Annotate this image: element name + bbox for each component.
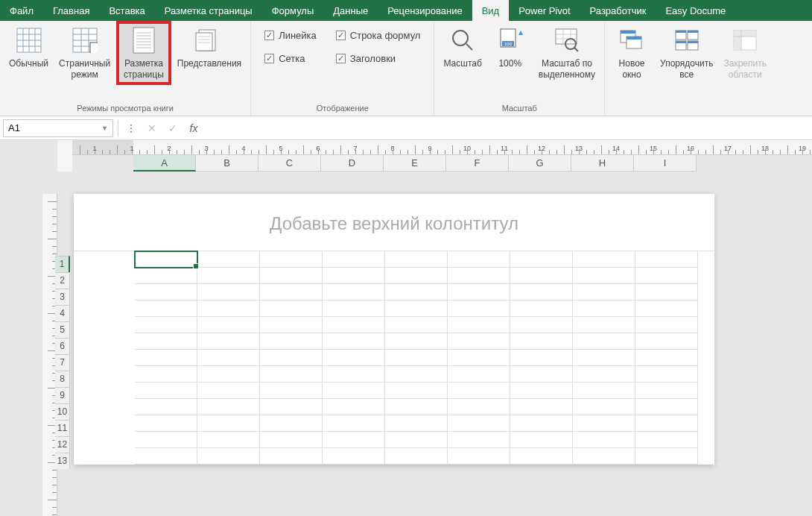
cell[interactable] xyxy=(573,366,635,383)
cell[interactable] xyxy=(573,251,635,268)
cell[interactable] xyxy=(260,366,323,383)
cell[interactable] xyxy=(260,284,323,301)
cell[interactable] xyxy=(385,301,448,317)
cell[interactable] xyxy=(448,399,510,415)
cell[interactable] xyxy=(510,415,573,432)
page-layout-view-button[interactable]: Разметка страницы xyxy=(116,21,171,85)
formula-input[interactable] xyxy=(206,120,809,136)
fx-button[interactable]: fx xyxy=(185,120,202,136)
cell[interactable] xyxy=(510,432,573,448)
cell[interactable] xyxy=(135,333,197,350)
tab-review[interactable]: Рецензирование xyxy=(378,0,472,21)
cell[interactable] xyxy=(197,251,260,268)
column-header[interactable]: G xyxy=(509,155,571,172)
cell[interactable] xyxy=(448,268,510,284)
cell[interactable] xyxy=(635,350,698,366)
row-header[interactable]: 2 xyxy=(55,272,70,289)
cancel-icon[interactable]: ✕ xyxy=(144,120,160,136)
cell[interactable] xyxy=(510,333,573,350)
tab-view[interactable]: Вид xyxy=(472,0,510,21)
tab-page-layout[interactable]: Разметка страницы xyxy=(155,0,262,21)
cell[interactable] xyxy=(510,366,573,383)
cell[interactable] xyxy=(635,301,698,317)
cell[interactable] xyxy=(510,399,573,415)
column-header[interactable]: D xyxy=(321,155,384,172)
tab-insert[interactable]: Вставка xyxy=(99,0,154,21)
zoom-selection-button[interactable]: Масштаб по выделенному xyxy=(534,22,600,82)
cell[interactable] xyxy=(323,383,385,399)
cell[interactable] xyxy=(448,366,510,383)
cell[interactable] xyxy=(448,317,510,333)
cell[interactable] xyxy=(635,448,698,465)
tab-home[interactable]: Главная xyxy=(43,0,99,21)
cell[interactable] xyxy=(448,284,510,301)
column-header[interactable]: C xyxy=(258,155,321,172)
cell[interactable] xyxy=(323,448,385,465)
checkbox-headings[interactable]: ✓ Заголовки xyxy=(332,50,425,67)
cell[interactable] xyxy=(448,448,510,465)
cell[interactable] xyxy=(135,268,197,284)
cell[interactable] xyxy=(323,399,385,415)
cell[interactable] xyxy=(260,432,323,448)
cell[interactable] xyxy=(135,350,197,366)
cell[interactable] xyxy=(135,383,197,399)
cell[interactable] xyxy=(260,317,323,333)
cell[interactable] xyxy=(197,268,260,284)
cell[interactable] xyxy=(448,350,510,366)
tab-formulas[interactable]: Формулы xyxy=(262,0,324,21)
cell[interactable] xyxy=(573,268,635,284)
cell[interactable] xyxy=(448,383,510,399)
cell[interactable] xyxy=(260,448,323,465)
row-header[interactable]: 6 xyxy=(55,338,70,354)
cell[interactable] xyxy=(197,448,260,465)
row-header[interactable]: 13 xyxy=(55,453,70,469)
cell[interactable] xyxy=(448,415,510,432)
cell[interactable] xyxy=(573,432,635,448)
cell[interactable] xyxy=(573,301,635,317)
cell[interactable] xyxy=(385,284,448,301)
new-window-button[interactable]: Новое окно xyxy=(609,22,654,82)
page-break-view-button[interactable]: Страничный режим xyxy=(54,22,115,82)
normal-view-button[interactable]: Обычный xyxy=(4,22,53,71)
checkbox-ruler[interactable]: ✓ Линейка xyxy=(260,27,321,44)
cell[interactable] xyxy=(135,317,197,333)
cell[interactable] xyxy=(197,415,260,432)
cell[interactable] xyxy=(323,415,385,432)
cell[interactable] xyxy=(260,399,323,415)
row-header[interactable]: 9 xyxy=(55,387,70,403)
cell[interactable] xyxy=(635,383,698,399)
cell[interactable] xyxy=(510,350,573,366)
cell[interactable] xyxy=(448,333,510,350)
cell[interactable] xyxy=(510,317,573,333)
confirm-icon[interactable]: ✓ xyxy=(165,120,181,136)
cell[interactable] xyxy=(573,317,635,333)
cell[interactable] xyxy=(135,432,197,448)
cell[interactable] xyxy=(135,301,197,317)
column-header[interactable]: H xyxy=(571,155,634,172)
cell[interactable] xyxy=(197,350,260,366)
cell[interactable] xyxy=(197,333,260,350)
cell[interactable] xyxy=(260,301,323,317)
cell[interactable] xyxy=(510,268,573,284)
cell[interactable] xyxy=(385,415,448,432)
cell[interactable] xyxy=(197,432,260,448)
cell[interactable] xyxy=(385,366,448,383)
cell[interactable] xyxy=(385,383,448,399)
cell[interactable] xyxy=(323,251,385,268)
tab-power-pivot[interactable]: Power Pivot xyxy=(509,0,580,21)
cell[interactable] xyxy=(260,415,323,432)
cell[interactable] xyxy=(573,284,635,301)
cell[interactable] xyxy=(385,251,448,268)
cell[interactable] xyxy=(323,317,385,333)
name-box[interactable]: A1 ▼ xyxy=(3,119,113,137)
row-header[interactable]: 8 xyxy=(55,371,70,387)
cell[interactable] xyxy=(385,350,448,366)
row-header[interactable]: 3 xyxy=(55,289,70,305)
cell[interactable] xyxy=(510,251,573,268)
cell[interactable] xyxy=(573,383,635,399)
cell[interactable] xyxy=(260,251,323,268)
cell[interactable] xyxy=(135,415,197,432)
freeze-panes-button[interactable]: Закрепить области xyxy=(719,22,770,82)
cell[interactable] xyxy=(323,432,385,448)
cell[interactable] xyxy=(135,284,197,301)
